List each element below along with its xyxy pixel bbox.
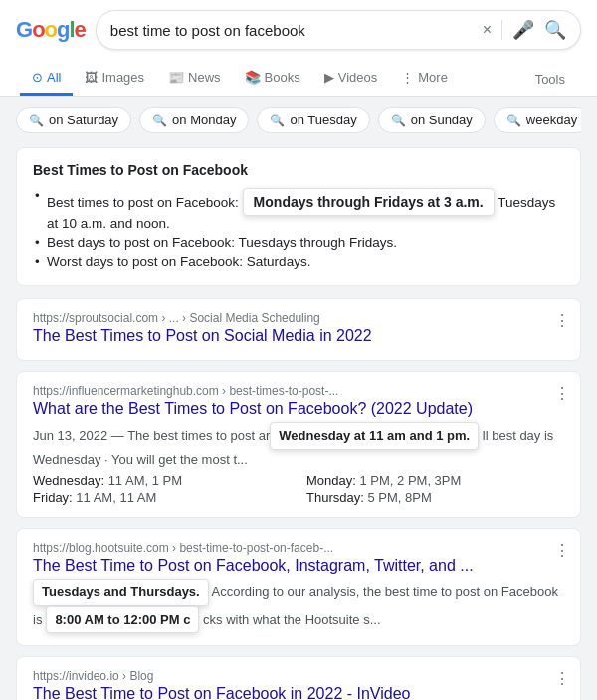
tab-all[interactable]: ⊙ All bbox=[20, 60, 73, 96]
featured-snippet-list: Best times to post on Facebook: Mondays … bbox=[33, 186, 564, 271]
result-title[interactable]: The Best Time to Post on Facebook, Insta… bbox=[33, 557, 564, 575]
divider bbox=[501, 20, 502, 40]
data-monday: Monday: 1 PM, 2 PM, 3PM bbox=[306, 473, 564, 488]
all-icon: ⊙ bbox=[32, 70, 43, 85]
bullet-3: Worst days to post on Facebook: Saturday… bbox=[33, 252, 564, 271]
result-menu-icon[interactable]: ⋮ bbox=[554, 541, 570, 560]
images-icon: 🖼 bbox=[85, 70, 98, 85]
header: Google × 🎤 🔍 ⊙ All 🖼 Images 📰 News 📚 bbox=[0, 0, 597, 97]
clear-icon[interactable]: × bbox=[483, 21, 492, 39]
tab-images-label: Images bbox=[101, 70, 144, 85]
chip-tuesday[interactable]: 🔍 on Tuesday bbox=[257, 107, 369, 133]
nav-tabs: ⊙ All 🖼 Images 📰 News 📚 Books ▶ Videos ⋮… bbox=[16, 60, 581, 96]
result-date: Jun 13, 2022 bbox=[33, 428, 107, 443]
tab-images[interactable]: 🖼 Images bbox=[73, 60, 156, 96]
tab-books-label: Books bbox=[265, 70, 300, 85]
data-thursday: Thursday: 5 PM, 8PM bbox=[306, 490, 564, 505]
result-snippet: Jun 13, 2022 — The best times to post ar… bbox=[33, 422, 564, 469]
chip-saturday[interactable]: 🔍 on Saturday bbox=[16, 107, 131, 133]
featured-snippet: Best Times to Post on Facebook Best time… bbox=[16, 147, 581, 286]
news-icon: 📰 bbox=[168, 70, 184, 85]
chip-weekday[interactable]: 🔍 weekday bbox=[494, 107, 581, 133]
chip-search-icon: 🔍 bbox=[29, 114, 44, 127]
tooltip-monday-friday: Mondays through Fridays at 3 a.m. bbox=[243, 188, 495, 216]
tooltip-tuesdays-thursdays: Tuesdays and Thursdays. bbox=[33, 579, 209, 606]
result-influencermarketinghub: ⋮ https://influencermarketinghub.com › b… bbox=[16, 371, 581, 518]
tab-news-label: News bbox=[188, 70, 221, 85]
result-title[interactable]: What are the Best Times to Post on Faceb… bbox=[33, 400, 564, 418]
chip-monday-label: on Monday bbox=[172, 113, 236, 127]
main-content: 🔍 on Saturday 🔍 on Monday 🔍 on Tuesday 🔍… bbox=[0, 97, 597, 700]
result-title[interactable]: The Best Times to Post on Social Media i… bbox=[33, 327, 564, 345]
mic-icon[interactable]: 🎤 bbox=[512, 19, 534, 41]
result-url: https://influencermarketinghub.com › bes… bbox=[33, 384, 564, 398]
result-menu-icon[interactable]: ⋮ bbox=[554, 384, 570, 403]
tooltip-hours: 8:00 AM to 12:00 PM c bbox=[46, 606, 199, 634]
chip-monday[interactable]: 🔍 on Monday bbox=[139, 107, 249, 133]
featured-snippet-title: Best Times to Post on Facebook bbox=[33, 162, 564, 178]
result-url: https://invideo.io › Blog bbox=[33, 669, 564, 683]
chip-search-icon: 🔍 bbox=[270, 114, 285, 127]
tooltip-wednesday: Wednesday at 11 am and 1 pm. bbox=[270, 422, 479, 450]
tab-books[interactable]: 📚 Books bbox=[233, 60, 312, 96]
books-icon: 📚 bbox=[245, 70, 261, 85]
result-menu-icon[interactable]: ⋮ bbox=[554, 311, 570, 330]
data-friday: Friday: 11 AM, 11 AM bbox=[33, 490, 291, 505]
search-icons: × 🎤 🔍 bbox=[483, 19, 566, 41]
chip-search-icon: 🔍 bbox=[152, 114, 167, 127]
result-data-grid: Wednesday: 11 AM, 1 PM Monday: 1 PM, 2 P… bbox=[33, 473, 564, 505]
result-hootsuite: ⋮ https://blog.hootsuite.com › best-time… bbox=[16, 528, 581, 646]
tab-more-label: More bbox=[418, 70, 448, 85]
result-url: https://sproutsocial.com › ... › Social … bbox=[33, 311, 564, 325]
tab-all-label: All bbox=[47, 70, 61, 85]
chip-search-icon: 🔍 bbox=[506, 114, 521, 127]
tab-news[interactable]: 📰 News bbox=[156, 60, 233, 96]
chip-saturday-label: on Saturday bbox=[49, 113, 118, 127]
chip-sunday-label: on Sunday bbox=[411, 113, 473, 127]
chip-weekday-label: weekday bbox=[526, 113, 577, 127]
result-menu-icon[interactable]: ⋮ bbox=[554, 669, 570, 688]
more-dots-icon: ⋮ bbox=[401, 70, 414, 85]
result-snippet: Tuesdays and Thursdays. According to our… bbox=[33, 579, 564, 633]
data-wednesday: Wednesday: 11 AM, 1 PM bbox=[33, 473, 291, 488]
search-bar[interactable]: × 🎤 🔍 bbox=[96, 10, 581, 50]
tab-more[interactable]: ⋮ More bbox=[389, 60, 460, 96]
tab-videos[interactable]: ▶ Videos bbox=[312, 60, 390, 96]
search-row: Google × 🎤 🔍 bbox=[16, 10, 581, 50]
videos-icon: ▶ bbox=[324, 70, 334, 85]
bullet-1: Best times to post on Facebook: Mondays … bbox=[33, 186, 564, 233]
result-url: https://blog.hootsuite.com › best-time-t… bbox=[33, 541, 564, 555]
chip-sunday[interactable]: 🔍 on Sunday bbox=[378, 107, 486, 133]
result-title[interactable]: The Best Time to Post on Facebook in 202… bbox=[33, 685, 564, 700]
tab-videos-label: Videos bbox=[338, 70, 378, 85]
google-logo: Google bbox=[16, 17, 86, 43]
result-sproutsocial: ⋮ https://sproutsocial.com › ... › Socia… bbox=[16, 298, 581, 361]
chip-tuesday-label: on Tuesday bbox=[290, 113, 356, 127]
search-input[interactable] bbox=[110, 22, 483, 39]
bullet-2: Best days to post on Facebook: Tuesdays … bbox=[33, 233, 564, 252]
tab-tools[interactable]: Tools bbox=[523, 62, 577, 95]
search-icon[interactable]: 🔍 bbox=[544, 19, 566, 41]
result-invideo: ⋮ https://invideo.io › Blog The Best Tim… bbox=[16, 656, 581, 700]
filter-chips: 🔍 on Saturday 🔍 on Monday 🔍 on Tuesday 🔍… bbox=[16, 107, 581, 133]
chip-search-icon: 🔍 bbox=[391, 114, 406, 127]
